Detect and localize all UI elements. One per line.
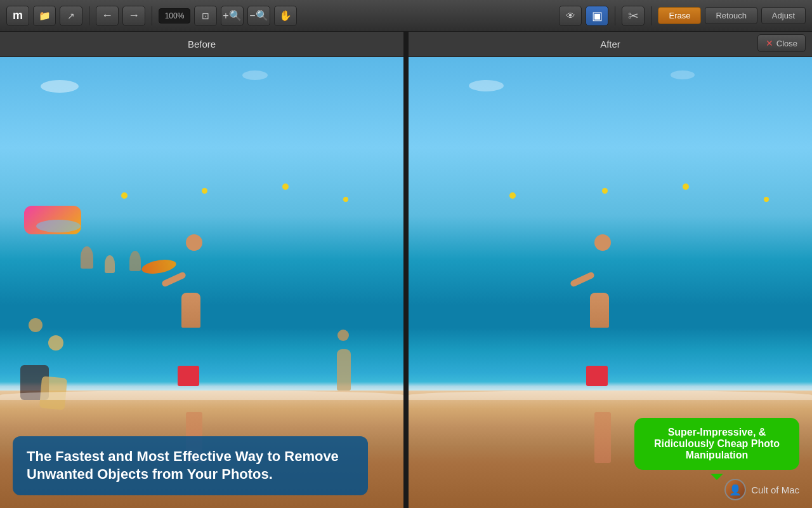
shore-wave-after — [409, 391, 812, 400]
buoy-3 — [282, 184, 289, 190]
panel-divider — [403, 57, 409, 508]
toolbar: m 📁 ↗ ← → 100% ⊡ +🔍 −🔍 ✋ 👁 ▣ — [0, 0, 812, 32]
ba-header-row: Before After — [0, 32, 812, 57]
ba-divider — [403, 32, 409, 57]
bubble-text: Super-Impressive, & Ridiculously Cheap P… — [654, 427, 780, 460]
cult-avatar: 👤 — [724, 479, 746, 500]
before-after-header: Before After ✕ Close — [0, 32, 812, 57]
redo-button[interactable]: → — [122, 6, 145, 26]
close-button[interactable]: ✕ Close — [757, 34, 806, 52]
water-person-3 — [129, 251, 141, 271]
zoom-level-display: 100% — [159, 8, 190, 23]
buoy-4 — [343, 197, 348, 202]
adjust-tab-label: Adjust — [772, 11, 795, 20]
cult-of-mac-branding: 👤 Cult of Mac — [724, 479, 799, 500]
after-woman-arm — [570, 271, 595, 288]
before-label: Before — [0, 39, 403, 50]
scissors-icon: ✂ — [628, 8, 639, 23]
sitting-person-1-head — [29, 318, 43, 332]
app-icon-button[interactable]: m — [6, 6, 29, 26]
before-image: The Fastest and Most Effective Way to Re… — [0, 57, 403, 508]
share-button[interactable]: ↗ — [60, 6, 82, 26]
after-panel: Super-Impressive, & Ridiculously Cheap P… — [409, 57, 812, 508]
before-panel: The Fastest and Most Effective Way to Re… — [0, 57, 403, 508]
erase-tab-label: Erase — [669, 11, 690, 20]
after-woman-head — [594, 234, 611, 251]
cloud-3 — [469, 80, 504, 91]
buoy-a-4 — [764, 197, 769, 202]
main-woman-head — [186, 234, 202, 251]
zoom-out-button[interactable]: −🔍 — [247, 6, 270, 26]
after-label: After — [409, 39, 812, 50]
compare-icon: ▣ — [592, 9, 603, 23]
after-image: Super-Impressive, & Ridiculously Cheap P… — [409, 57, 812, 508]
fit-icon: ⊡ — [202, 11, 209, 21]
pan-button[interactable]: ✋ — [274, 6, 297, 26]
buoy-a-2 — [602, 188, 608, 194]
app-logo-icon: m — [13, 9, 23, 22]
share-icon: ↗ — [67, 11, 75, 21]
side-woman-head — [337, 330, 349, 341]
erase-tab[interactable]: Erase — [658, 7, 701, 24]
shore-wave — [0, 391, 403, 400]
open-icon: 📁 — [39, 10, 51, 22]
fit-button[interactable]: ⊡ — [194, 6, 217, 26]
zoom-level-text: 100% — [165, 11, 185, 20]
separator — [89, 6, 89, 25]
buoy-2 — [202, 188, 207, 194]
after-woman-shorts — [586, 366, 608, 386]
buoy-1 — [121, 192, 128, 199]
separator-2 — [152, 6, 152, 25]
after-woman-legs — [594, 412, 611, 463]
main-woman-shorts — [178, 366, 199, 386]
cloud-2 — [242, 70, 268, 80]
retouch-tab-label: Retouch — [716, 11, 746, 20]
scissors-button[interactable]: ✂ — [622, 6, 645, 26]
cult-avatar-icon: 👤 — [729, 484, 742, 496]
adjust-tab[interactable]: Adjust — [761, 7, 806, 24]
main-text-overlay: The Fastest and Most Effective Way to Re… — [13, 436, 368, 495]
close-x-icon: ✕ — [766, 38, 773, 48]
undo-button[interactable]: ← — [96, 6, 119, 26]
buoy-a-1 — [509, 192, 516, 199]
main-woman-arm — [161, 271, 187, 288]
cloud-1 — [41, 80, 79, 93]
cloud-4 — [671, 70, 695, 79]
after-woman-top — [590, 293, 609, 328]
hand-icon: ✋ — [279, 10, 292, 22]
side-woman-body — [337, 349, 351, 391]
compare-button[interactable]: ▣ — [586, 6, 608, 26]
redo-icon: → — [128, 9, 140, 22]
main-overlay-text: The Fastest and Most Effective Way to Re… — [27, 448, 339, 483]
water-person-1 — [81, 246, 93, 269]
zoom-in-icon: +🔍 — [223, 10, 241, 22]
sitting-person-2-head — [48, 335, 63, 351]
separator-3 — [615, 6, 615, 25]
undo-icon: ← — [102, 9, 113, 22]
speech-bubble: Super-Impressive, & Ridiculously Cheap P… — [634, 418, 799, 470]
main-woman-top — [181, 293, 200, 328]
separator-4 — [651, 6, 652, 25]
buoy-a-3 — [683, 184, 689, 190]
close-label: Close — [776, 39, 797, 48]
inflatable — [140, 257, 177, 276]
images-area: The Fastest and Most Effective Way to Re… — [0, 57, 812, 508]
water-toy-float — [36, 220, 81, 232]
open-button[interactable]: 📁 — [33, 6, 56, 26]
retouch-tab[interactable]: Retouch — [705, 7, 757, 24]
cult-of-mac-text: Cult of Mac — [751, 485, 799, 495]
eye-icon: 👁 — [566, 10, 575, 21]
zoom-in-button[interactable]: +🔍 — [221, 6, 244, 26]
preview-button[interactable]: 👁 — [559, 6, 582, 26]
water-person-2 — [105, 255, 115, 273]
zoom-out-icon: −🔍 — [249, 10, 268, 22]
